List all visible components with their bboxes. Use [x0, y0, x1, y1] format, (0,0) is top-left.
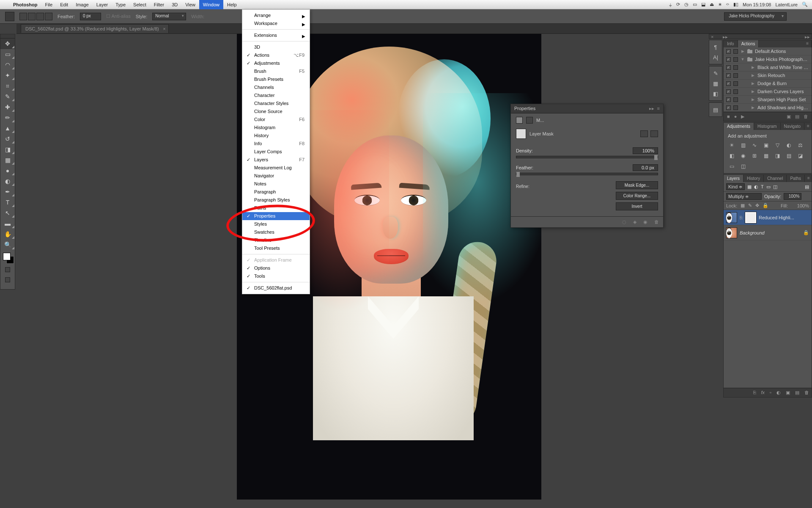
mi-clone-source[interactable]: Clone Source [242, 108, 310, 116]
mi-actions[interactable]: ✓Actions⌥F9 [242, 51, 310, 59]
mask-icon[interactable] [516, 117, 523, 124]
quickmask-toggle[interactable] [0, 267, 15, 276]
colorbalance-icon[interactable]: ⚖ [796, 142, 804, 149]
selective-color-icon[interactable]: ◫ [739, 163, 747, 170]
add-vector-mask-button[interactable] [650, 130, 658, 137]
opacity-input[interactable]: 100% [784, 193, 801, 200]
collapse-strip-icon[interactable]: × [709, 34, 715, 39]
bluetooth-icon[interactable]: ∗ [718, 2, 722, 7]
marquee-tool[interactable]: ▭ [0, 49, 15, 60]
bw-icon[interactable]: ◧ [728, 152, 735, 159]
lasso-tool[interactable]: ◠ [0, 60, 15, 70]
mi-brush-presets[interactable]: Brush Presets [242, 75, 310, 83]
move-tool[interactable]: ✥ [0, 39, 15, 49]
gradient-tool[interactable]: ▦ [0, 155, 15, 166]
mi-options[interactable]: ✓Options [242, 264, 310, 272]
lock-pixels-icon[interactable]: ✎ [748, 203, 752, 208]
tab-info[interactable]: Info [724, 40, 738, 47]
action-set-jake[interactable]: ✓▼Jake Hicks Photography ... [724, 55, 812, 64]
mi-extensions[interactable]: Extensions▶ [242, 31, 310, 39]
delete-layer-icon[interactable]: 🗑 [804, 390, 809, 395]
properties-panel-header[interactable]: Properties ▸▸ ≡ [511, 104, 663, 113]
selection-subtract-button[interactable] [36, 13, 44, 20]
trash-icon[interactable]: 🗑 [804, 114, 808, 119]
mi-character[interactable]: Character [242, 91, 310, 99]
tab-actions[interactable]: Actions [738, 40, 759, 47]
mi-arrange[interactable]: Arrange▶ [242, 11, 310, 19]
tools-drag-handle[interactable] [0, 34, 15, 39]
record-icon[interactable]: ● [734, 114, 737, 119]
mi-info[interactable]: InfoF8 [242, 140, 310, 148]
delete-mask-icon[interactable]: 🗑 [654, 219, 659, 225]
filter-type-icon[interactable]: T [761, 184, 764, 189]
selection-new-button[interactable] [19, 13, 27, 20]
dodge-tool[interactable]: ◐ [0, 176, 15, 187]
menu-view[interactable]: View [181, 0, 199, 9]
panel-menu-icon[interactable]: ≡ [657, 106, 660, 111]
mi-layer-comps[interactable]: Layer Comps [242, 148, 310, 156]
selection-intersect-button[interactable] [45, 13, 52, 20]
channel-mixer-icon[interactable]: ⊞ [751, 152, 758, 159]
menu-layer[interactable]: Layer [93, 0, 112, 9]
add-pixel-mask-button[interactable] [640, 130, 648, 137]
posterize-icon[interactable]: ▤ [785, 152, 793, 159]
lock-position-icon[interactable]: ✥ [755, 203, 759, 208]
character-panel-icon[interactable]: ¶ [709, 42, 722, 52]
filter-smart-icon[interactable]: ◫ [773, 184, 777, 190]
dropbox-icon[interactable]: ⬓ [701, 2, 705, 7]
play-icon[interactable]: ▶ [741, 114, 744, 119]
menu-app[interactable]: Photoshop [9, 0, 41, 9]
crop-tool[interactable]: ⌗ [0, 81, 15, 91]
lock-transparent-icon[interactable]: ▦ [741, 203, 745, 208]
mask-feather-input[interactable]: 0.0 px [633, 164, 658, 171]
mi-timeline[interactable]: Timeline [242, 236, 310, 244]
pixel-mask-icon[interactable] [526, 117, 533, 124]
blend-mode-select[interactable]: Multiply ≑ [726, 193, 762, 200]
mi-brush[interactable]: BrushF5 [242, 67, 310, 75]
tab-histogram[interactable]: Histogram [754, 123, 781, 130]
eraser-tool[interactable]: ◨ [0, 144, 15, 155]
filter-adjust-icon[interactable]: ◐ [754, 184, 758, 190]
document-tab[interactable]: DSC_5602flat.psd @ 33.3% (Reduced Highli… [21, 24, 169, 33]
mi-measurement[interactable]: Measurement Log [242, 164, 310, 172]
brush-panel-icon[interactable]: ✎ [709, 68, 722, 78]
link-icon[interactable]: ⎘ [740, 215, 743, 220]
sync-icon[interactable]: ⟳ [676, 2, 680, 7]
mi-channels[interactable]: Channels [242, 83, 310, 91]
mi-swatches[interactable]: Swatches [242, 228, 310, 236]
zoom-tool[interactable]: 🔍 [0, 240, 15, 250]
apply-mask-icon[interactable]: ◈ [633, 219, 636, 225]
healing-tool[interactable]: ✚ [0, 102, 15, 113]
shape-tool[interactable]: ▬ [0, 218, 15, 229]
filter-kind-select[interactable]: Kind ≑ [726, 183, 745, 190]
color-lookup-icon[interactable]: ▦ [762, 152, 770, 159]
exposure-icon[interactable]: ▣ [762, 142, 770, 149]
actions-panel-menu-icon[interactable]: ≡ [804, 40, 812, 47]
mi-notes[interactable]: Notes [242, 180, 310, 188]
mi-styles[interactable]: Styles [242, 220, 310, 228]
menu-window[interactable]: Window [199, 0, 223, 9]
layer-name[interactable]: Background [740, 230, 765, 235]
photo-filter-icon[interactable]: ◉ [739, 152, 747, 159]
menu-edit[interactable]: Edit [56, 0, 72, 9]
quick-select-tool[interactable]: ✦ [0, 70, 15, 81]
clock[interactable]: Mon 15:19:08 [743, 2, 771, 7]
layer-row-2[interactable]: 👁 Background 🔒 [724, 225, 812, 240]
history-brush-tool[interactable]: ↺ [0, 134, 15, 144]
action-item[interactable]: ✓▶Add Shadows and Highli... [724, 104, 812, 112]
wifi-icon[interactable]: ⏚ [669, 2, 672, 7]
tab-history[interactable]: History [743, 175, 764, 182]
style-select[interactable]: Normal [152, 13, 186, 20]
adjustments-panel-menu-icon[interactable]: ≡ [804, 123, 812, 130]
mask-feather-slider[interactable] [516, 173, 658, 175]
antialias-checkbox[interactable]: ☐ Anti-alias [106, 14, 131, 19]
density-slider[interactable] [516, 156, 658, 158]
mi-layers[interactable]: ✓LayersF7 [242, 156, 310, 164]
mi-paragraph[interactable]: Paragraph [242, 188, 310, 196]
filter-toggle[interactable]: ▤ [805, 184, 809, 190]
selection-add-button[interactable] [28, 13, 36, 20]
action-item[interactable]: ✓▶Black and White Tone Pr... [724, 64, 812, 72]
collapse-dock-icon[interactable]: ▸▸ [803, 34, 812, 39]
display-icon[interactable]: ▭ [693, 2, 697, 7]
add-mask-icon[interactable]: ▫ [770, 390, 771, 395]
